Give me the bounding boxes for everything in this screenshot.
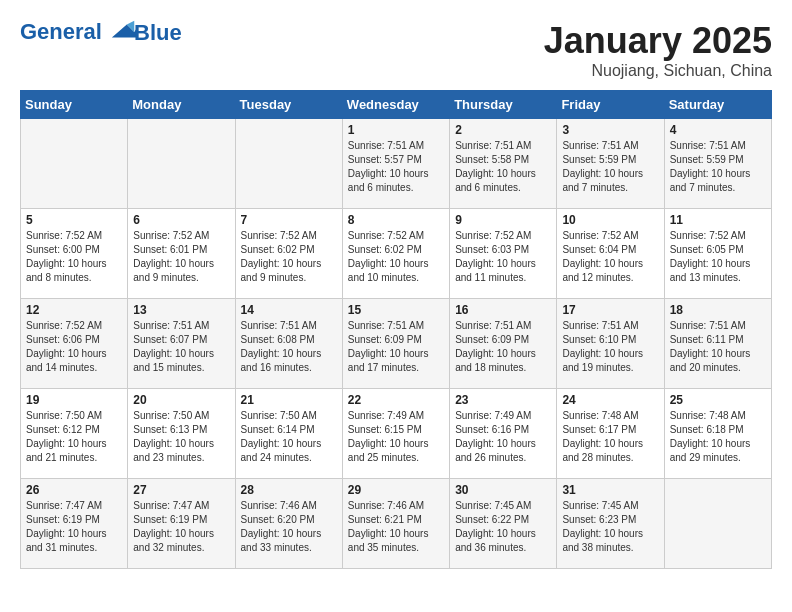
day-number: 31 bbox=[562, 483, 658, 497]
calendar-header-cell: Saturday bbox=[664, 91, 771, 119]
day-number: 9 bbox=[455, 213, 551, 227]
calendar-header-cell: Wednesday bbox=[342, 91, 449, 119]
day-number: 5 bbox=[26, 213, 122, 227]
day-number: 11 bbox=[670, 213, 766, 227]
day-info: Sunrise: 7:52 AM Sunset: 6:02 PM Dayligh… bbox=[241, 229, 337, 285]
calendar-day-cell bbox=[128, 119, 235, 209]
calendar-week-row: 5Sunrise: 7:52 AM Sunset: 6:00 PM Daylig… bbox=[21, 209, 772, 299]
day-info: Sunrise: 7:52 AM Sunset: 6:03 PM Dayligh… bbox=[455, 229, 551, 285]
day-number: 13 bbox=[133, 303, 229, 317]
calendar-day-cell: 9Sunrise: 7:52 AM Sunset: 6:03 PM Daylig… bbox=[450, 209, 557, 299]
day-info: Sunrise: 7:49 AM Sunset: 6:15 PM Dayligh… bbox=[348, 409, 444, 465]
day-info: Sunrise: 7:47 AM Sunset: 6:19 PM Dayligh… bbox=[133, 499, 229, 555]
calendar-day-cell: 30Sunrise: 7:45 AM Sunset: 6:22 PM Dayli… bbox=[450, 479, 557, 569]
calendar-day-cell bbox=[235, 119, 342, 209]
calendar-day-cell: 23Sunrise: 7:49 AM Sunset: 6:16 PM Dayli… bbox=[450, 389, 557, 479]
day-number: 30 bbox=[455, 483, 551, 497]
calendar-day-cell: 13Sunrise: 7:51 AM Sunset: 6:07 PM Dayli… bbox=[128, 299, 235, 389]
calendar-header-row: SundayMondayTuesdayWednesdayThursdayFrid… bbox=[21, 91, 772, 119]
calendar-day-cell: 17Sunrise: 7:51 AM Sunset: 6:10 PM Dayli… bbox=[557, 299, 664, 389]
day-info: Sunrise: 7:48 AM Sunset: 6:18 PM Dayligh… bbox=[670, 409, 766, 465]
calendar-day-cell bbox=[664, 479, 771, 569]
calendar-day-cell: 24Sunrise: 7:48 AM Sunset: 6:17 PM Dayli… bbox=[557, 389, 664, 479]
calendar-day-cell: 27Sunrise: 7:47 AM Sunset: 6:19 PM Dayli… bbox=[128, 479, 235, 569]
calendar-day-cell: 18Sunrise: 7:51 AM Sunset: 6:11 PM Dayli… bbox=[664, 299, 771, 389]
calendar-table: SundayMondayTuesdayWednesdayThursdayFrid… bbox=[20, 90, 772, 569]
day-info: Sunrise: 7:51 AM Sunset: 6:07 PM Dayligh… bbox=[133, 319, 229, 375]
day-info: Sunrise: 7:51 AM Sunset: 5:59 PM Dayligh… bbox=[670, 139, 766, 195]
calendar-day-cell: 22Sunrise: 7:49 AM Sunset: 6:15 PM Dayli… bbox=[342, 389, 449, 479]
day-number: 26 bbox=[26, 483, 122, 497]
page-header: General Blue January 2025 Nuojiang, Sich… bbox=[20, 20, 772, 80]
day-info: Sunrise: 7:50 AM Sunset: 6:12 PM Dayligh… bbox=[26, 409, 122, 465]
calendar-day-cell: 8Sunrise: 7:52 AM Sunset: 6:02 PM Daylig… bbox=[342, 209, 449, 299]
logo-text: General bbox=[20, 20, 138, 45]
calendar-day-cell: 4Sunrise: 7:51 AM Sunset: 5:59 PM Daylig… bbox=[664, 119, 771, 209]
calendar-day-cell: 3Sunrise: 7:51 AM Sunset: 5:59 PM Daylig… bbox=[557, 119, 664, 209]
day-number: 28 bbox=[241, 483, 337, 497]
day-number: 6 bbox=[133, 213, 229, 227]
day-number: 18 bbox=[670, 303, 766, 317]
logo: General Blue bbox=[20, 20, 182, 45]
day-number: 20 bbox=[133, 393, 229, 407]
day-info: Sunrise: 7:52 AM Sunset: 6:06 PM Dayligh… bbox=[26, 319, 122, 375]
calendar-day-cell: 7Sunrise: 7:52 AM Sunset: 6:02 PM Daylig… bbox=[235, 209, 342, 299]
day-info: Sunrise: 7:45 AM Sunset: 6:22 PM Dayligh… bbox=[455, 499, 551, 555]
calendar-day-cell: 5Sunrise: 7:52 AM Sunset: 6:00 PM Daylig… bbox=[21, 209, 128, 299]
calendar-day-cell: 29Sunrise: 7:46 AM Sunset: 6:21 PM Dayli… bbox=[342, 479, 449, 569]
calendar-day-cell: 6Sunrise: 7:52 AM Sunset: 6:01 PM Daylig… bbox=[128, 209, 235, 299]
calendar-day-cell: 14Sunrise: 7:51 AM Sunset: 6:08 PM Dayli… bbox=[235, 299, 342, 389]
day-info: Sunrise: 7:50 AM Sunset: 6:14 PM Dayligh… bbox=[241, 409, 337, 465]
day-info: Sunrise: 7:46 AM Sunset: 6:20 PM Dayligh… bbox=[241, 499, 337, 555]
day-info: Sunrise: 7:52 AM Sunset: 6:01 PM Dayligh… bbox=[133, 229, 229, 285]
calendar-subtitle: Nuojiang, Sichuan, China bbox=[544, 62, 772, 80]
day-number: 2 bbox=[455, 123, 551, 137]
calendar-body: 1Sunrise: 7:51 AM Sunset: 5:57 PM Daylig… bbox=[21, 119, 772, 569]
calendar-header-cell: Tuesday bbox=[235, 91, 342, 119]
day-number: 21 bbox=[241, 393, 337, 407]
day-info: Sunrise: 7:50 AM Sunset: 6:13 PM Dayligh… bbox=[133, 409, 229, 465]
day-number: 25 bbox=[670, 393, 766, 407]
day-number: 22 bbox=[348, 393, 444, 407]
day-number: 12 bbox=[26, 303, 122, 317]
calendar-title: January 2025 bbox=[544, 20, 772, 62]
calendar-day-cell: 19Sunrise: 7:50 AM Sunset: 6:12 PM Dayli… bbox=[21, 389, 128, 479]
day-number: 19 bbox=[26, 393, 122, 407]
calendar-day-cell: 20Sunrise: 7:50 AM Sunset: 6:13 PM Dayli… bbox=[128, 389, 235, 479]
calendar-day-cell: 21Sunrise: 7:50 AM Sunset: 6:14 PM Dayli… bbox=[235, 389, 342, 479]
calendar-week-row: 26Sunrise: 7:47 AM Sunset: 6:19 PM Dayli… bbox=[21, 479, 772, 569]
calendar-week-row: 19Sunrise: 7:50 AM Sunset: 6:12 PM Dayli… bbox=[21, 389, 772, 479]
day-number: 3 bbox=[562, 123, 658, 137]
day-info: Sunrise: 7:45 AM Sunset: 6:23 PM Dayligh… bbox=[562, 499, 658, 555]
day-info: Sunrise: 7:52 AM Sunset: 6:02 PM Dayligh… bbox=[348, 229, 444, 285]
title-block: January 2025 Nuojiang, Sichuan, China bbox=[544, 20, 772, 80]
day-number: 1 bbox=[348, 123, 444, 137]
day-number: 23 bbox=[455, 393, 551, 407]
day-info: Sunrise: 7:51 AM Sunset: 5:58 PM Dayligh… bbox=[455, 139, 551, 195]
calendar-header-cell: Monday bbox=[128, 91, 235, 119]
calendar-header-cell: Thursday bbox=[450, 91, 557, 119]
day-number: 15 bbox=[348, 303, 444, 317]
calendar-day-cell: 16Sunrise: 7:51 AM Sunset: 6:09 PM Dayli… bbox=[450, 299, 557, 389]
day-number: 24 bbox=[562, 393, 658, 407]
day-info: Sunrise: 7:51 AM Sunset: 6:11 PM Dayligh… bbox=[670, 319, 766, 375]
day-number: 8 bbox=[348, 213, 444, 227]
day-info: Sunrise: 7:52 AM Sunset: 6:04 PM Dayligh… bbox=[562, 229, 658, 285]
day-info: Sunrise: 7:46 AM Sunset: 6:21 PM Dayligh… bbox=[348, 499, 444, 555]
day-info: Sunrise: 7:47 AM Sunset: 6:19 PM Dayligh… bbox=[26, 499, 122, 555]
day-info: Sunrise: 7:52 AM Sunset: 6:00 PM Dayligh… bbox=[26, 229, 122, 285]
day-number: 10 bbox=[562, 213, 658, 227]
day-info: Sunrise: 7:51 AM Sunset: 6:09 PM Dayligh… bbox=[348, 319, 444, 375]
calendar-day-cell: 12Sunrise: 7:52 AM Sunset: 6:06 PM Dayli… bbox=[21, 299, 128, 389]
day-number: 7 bbox=[241, 213, 337, 227]
day-number: 27 bbox=[133, 483, 229, 497]
day-info: Sunrise: 7:51 AM Sunset: 5:59 PM Dayligh… bbox=[562, 139, 658, 195]
calendar-week-row: 1Sunrise: 7:51 AM Sunset: 5:57 PM Daylig… bbox=[21, 119, 772, 209]
calendar-week-row: 12Sunrise: 7:52 AM Sunset: 6:06 PM Dayli… bbox=[21, 299, 772, 389]
calendar-header-cell: Friday bbox=[557, 91, 664, 119]
day-number: 17 bbox=[562, 303, 658, 317]
calendar-day-cell: 15Sunrise: 7:51 AM Sunset: 6:09 PM Dayli… bbox=[342, 299, 449, 389]
day-info: Sunrise: 7:51 AM Sunset: 5:57 PM Dayligh… bbox=[348, 139, 444, 195]
day-info: Sunrise: 7:51 AM Sunset: 6:09 PM Dayligh… bbox=[455, 319, 551, 375]
calendar-day-cell: 28Sunrise: 7:46 AM Sunset: 6:20 PM Dayli… bbox=[235, 479, 342, 569]
